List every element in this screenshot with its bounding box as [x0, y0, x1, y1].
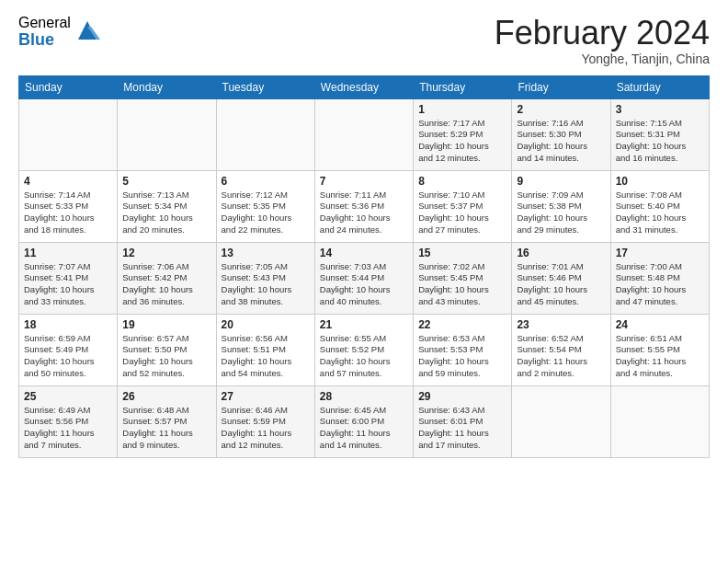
- day-cell: 28Sunrise: 6:45 AMSunset: 6:00 PMDayligh…: [314, 385, 413, 457]
- day-info: Sunrise: 6:55 AMSunset: 5:52 PMDaylight:…: [320, 333, 408, 380]
- logo-general: General: [18, 15, 71, 31]
- day-info: Sunrise: 6:48 AMSunset: 5:57 PMDaylight:…: [122, 405, 210, 452]
- day-number: 26: [122, 390, 210, 403]
- day-cell: 7Sunrise: 7:11 AMSunset: 5:36 PMDaylight…: [314, 170, 413, 242]
- col-wednesday: Wednesday: [314, 75, 413, 98]
- day-number: 22: [418, 318, 506, 331]
- day-number: 16: [517, 247, 605, 259]
- day-info: Sunrise: 7:11 AMSunset: 5:36 PMDaylight:…: [320, 190, 408, 236]
- day-info: Sunrise: 7:14 AMSunset: 5:33 PMDaylight:…: [24, 190, 112, 236]
- calendar-page: General Blue February 2024 Yonghe, Tianj…: [0, 0, 728, 563]
- day-number: 11: [24, 247, 112, 259]
- logo: General Blue: [18, 15, 100, 49]
- day-info: Sunrise: 7:12 AMSunset: 5:35 PMDaylight:…: [222, 190, 310, 236]
- day-info: Sunrise: 7:10 AMSunset: 5:37 PMDaylight:…: [418, 190, 506, 236]
- day-info: Sunrise: 7:15 AMSunset: 5:31 PMDaylight:…: [616, 118, 704, 165]
- day-cell: [610, 385, 709, 457]
- day-number: 5: [122, 175, 210, 188]
- day-number: 19: [122, 318, 210, 331]
- day-number: 20: [222, 318, 310, 331]
- day-number: 23: [517, 318, 605, 331]
- logo-blue: Blue: [18, 31, 71, 50]
- day-info: Sunrise: 7:08 AMSunset: 5:40 PMDaylight:…: [616, 190, 704, 236]
- day-cell: 11Sunrise: 7:07 AMSunset: 5:41 PMDayligh…: [19, 242, 118, 314]
- day-info: Sunrise: 7:09 AMSunset: 5:38 PMDaylight:…: [517, 190, 605, 236]
- day-info: Sunrise: 7:16 AMSunset: 5:30 PMDaylight:…: [517, 118, 605, 165]
- day-info: Sunrise: 6:53 AMSunset: 5:53 PMDaylight:…: [418, 333, 506, 380]
- week-row-3: 11Sunrise: 7:07 AMSunset: 5:41 PMDayligh…: [19, 242, 710, 314]
- day-cell: [216, 98, 314, 170]
- day-cell: 17Sunrise: 7:00 AMSunset: 5:48 PMDayligh…: [610, 242, 709, 314]
- day-number: 9: [517, 175, 605, 188]
- col-tuesday: Tuesday: [216, 75, 314, 98]
- week-row-1: 1Sunrise: 7:17 AMSunset: 5:29 PMDaylight…: [19, 98, 710, 170]
- col-friday: Friday: [512, 75, 610, 98]
- day-info: Sunrise: 6:51 AMSunset: 5:55 PMDaylight:…: [616, 333, 704, 380]
- day-info: Sunrise: 6:52 AMSunset: 5:54 PMDaylight:…: [517, 333, 605, 380]
- day-number: 27: [222, 390, 310, 403]
- day-info: Sunrise: 7:05 AMSunset: 5:43 PMDaylight:…: [222, 261, 310, 308]
- day-info: Sunrise: 6:46 AMSunset: 5:59 PMDaylight:…: [222, 405, 310, 452]
- month-title: February 2024: [495, 15, 710, 52]
- col-sunday: Sunday: [19, 75, 118, 98]
- week-row-5: 25Sunrise: 6:49 AMSunset: 5:56 PMDayligh…: [19, 385, 710, 457]
- day-number: 8: [418, 175, 506, 188]
- day-number: 28: [320, 390, 408, 403]
- day-cell: 10Sunrise: 7:08 AMSunset: 5:40 PMDayligh…: [610, 170, 709, 242]
- day-info: Sunrise: 6:59 AMSunset: 5:49 PMDaylight:…: [24, 333, 112, 380]
- day-cell: 2Sunrise: 7:16 AMSunset: 5:30 PMDaylight…: [512, 98, 610, 170]
- week-row-2: 4Sunrise: 7:14 AMSunset: 5:33 PMDaylight…: [19, 170, 710, 242]
- day-info: Sunrise: 6:43 AMSunset: 6:01 PMDaylight:…: [418, 405, 506, 452]
- day-cell: 1Sunrise: 7:17 AMSunset: 5:29 PMDaylight…: [414, 98, 512, 170]
- day-cell: 25Sunrise: 6:49 AMSunset: 5:56 PMDayligh…: [19, 385, 118, 457]
- day-info: Sunrise: 6:49 AMSunset: 5:56 PMDaylight:…: [24, 405, 112, 452]
- day-info: Sunrise: 7:06 AMSunset: 5:42 PMDaylight:…: [122, 261, 210, 308]
- day-number: 12: [122, 247, 210, 259]
- day-cell: 22Sunrise: 6:53 AMSunset: 5:53 PMDayligh…: [414, 314, 512, 385]
- day-cell: [314, 98, 413, 170]
- day-cell: 26Sunrise: 6:48 AMSunset: 5:57 PMDayligh…: [118, 385, 216, 457]
- day-number: 1: [418, 103, 506, 116]
- day-number: 2: [517, 103, 605, 116]
- week-row-4: 18Sunrise: 6:59 AMSunset: 5:49 PMDayligh…: [19, 314, 710, 385]
- day-cell: 16Sunrise: 7:01 AMSunset: 5:46 PMDayligh…: [512, 242, 610, 314]
- day-number: 6: [222, 175, 310, 188]
- day-number: 17: [616, 247, 704, 259]
- day-info: Sunrise: 7:13 AMSunset: 5:34 PMDaylight:…: [122, 190, 210, 236]
- day-info: Sunrise: 7:07 AMSunset: 5:41 PMDaylight:…: [24, 261, 112, 308]
- day-number: 3: [616, 103, 704, 116]
- day-info: Sunrise: 7:03 AMSunset: 5:44 PMDaylight:…: [320, 261, 408, 308]
- day-cell: 9Sunrise: 7:09 AMSunset: 5:38 PMDaylight…: [512, 170, 610, 242]
- day-number: 14: [320, 247, 408, 259]
- day-number: 25: [24, 390, 112, 403]
- day-cell: 15Sunrise: 7:02 AMSunset: 5:45 PMDayligh…: [414, 242, 512, 314]
- day-info: Sunrise: 6:45 AMSunset: 6:00 PMDaylight:…: [320, 405, 408, 452]
- day-cell: 21Sunrise: 6:55 AMSunset: 5:52 PMDayligh…: [314, 314, 413, 385]
- day-number: 18: [24, 318, 112, 331]
- day-number: 7: [320, 175, 408, 188]
- header: General Blue February 2024 Yonghe, Tianj…: [18, 15, 710, 66]
- header-row: Sunday Monday Tuesday Wednesday Thursday…: [19, 75, 710, 98]
- svg-marker-0: [78, 21, 97, 40]
- day-info: Sunrise: 6:56 AMSunset: 5:51 PMDaylight:…: [222, 333, 310, 380]
- day-number: 13: [222, 247, 310, 259]
- day-cell: 19Sunrise: 6:57 AMSunset: 5:50 PMDayligh…: [118, 314, 216, 385]
- day-cell: [118, 98, 216, 170]
- day-info: Sunrise: 7:00 AMSunset: 5:48 PMDaylight:…: [616, 261, 704, 308]
- logo-text: General Blue: [18, 15, 71, 49]
- day-number: 21: [320, 318, 408, 331]
- col-thursday: Thursday: [414, 75, 512, 98]
- day-cell: [512, 385, 610, 457]
- day-cell: 18Sunrise: 6:59 AMSunset: 5:49 PMDayligh…: [19, 314, 118, 385]
- day-cell: 4Sunrise: 7:14 AMSunset: 5:33 PMDaylight…: [19, 170, 118, 242]
- day-cell: 14Sunrise: 7:03 AMSunset: 5:44 PMDayligh…: [314, 242, 413, 314]
- day-cell: 5Sunrise: 7:13 AMSunset: 5:34 PMDaylight…: [118, 170, 216, 242]
- day-cell: 20Sunrise: 6:56 AMSunset: 5:51 PMDayligh…: [216, 314, 314, 385]
- col-monday: Monday: [118, 75, 216, 98]
- logo-icon: [74, 17, 100, 43]
- day-number: 4: [24, 175, 112, 188]
- day-cell: 27Sunrise: 6:46 AMSunset: 5:59 PMDayligh…: [216, 385, 314, 457]
- title-area: February 2024 Yonghe, Tianjin, China: [495, 15, 710, 66]
- day-info: Sunrise: 7:01 AMSunset: 5:46 PMDaylight:…: [517, 261, 605, 308]
- day-info: Sunrise: 7:02 AMSunset: 5:45 PMDaylight:…: [418, 261, 506, 308]
